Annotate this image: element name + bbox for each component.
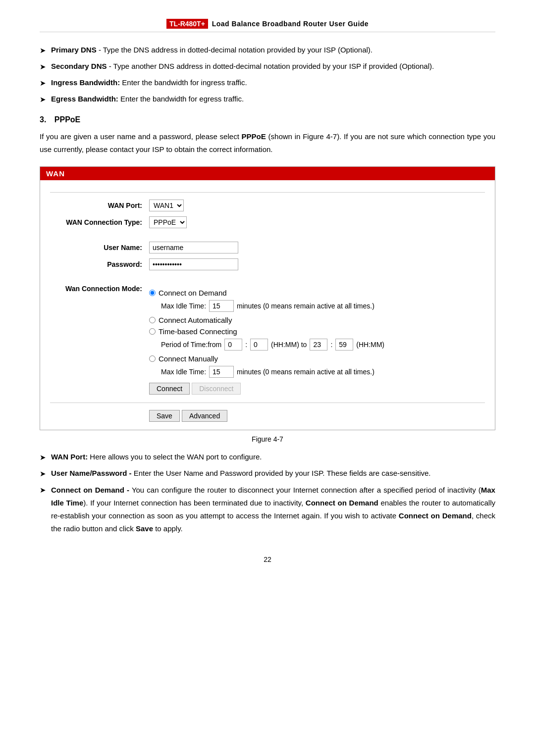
arrow-icon: ➤ bbox=[40, 452, 46, 463]
period-hhmm-2: (HH:MM) bbox=[356, 341, 384, 349]
figure-caption: Figure 4-7 bbox=[40, 435, 495, 443]
arrow-icon: ➤ bbox=[40, 484, 46, 496]
user-name-row: User Name: bbox=[50, 242, 485, 253]
arrow-icon: ➤ bbox=[40, 61, 46, 73]
user-name-label: User Name: bbox=[50, 244, 149, 252]
period-colon-1: : bbox=[245, 341, 247, 349]
section-number: 3. bbox=[40, 115, 46, 124]
bullet-text: Egress Bandwidth: Enter the bandwidth fo… bbox=[51, 93, 244, 105]
time-based-connecting-label: Time-based Connecting bbox=[159, 327, 237, 336]
user-name-input[interactable] bbox=[149, 242, 238, 253]
arrow-icon: ➤ bbox=[40, 94, 46, 105]
bullet-text: Primary DNS - Type the DNS address in do… bbox=[51, 44, 373, 56]
connect-on-demand-row: Connect on Demand bbox=[149, 289, 384, 297]
connect-automatically-radio[interactable] bbox=[149, 317, 156, 323]
wan-port-label: WAN Port: bbox=[50, 202, 149, 209]
top-bullet-list: ➤ Primary DNS - Type the DNS address in … bbox=[40, 44, 495, 105]
bullet-label: Primary DNS bbox=[51, 46, 97, 54]
period-hhmm-1: (HH:MM) to bbox=[271, 341, 307, 349]
connect-manually-row: Connect Manually bbox=[149, 354, 384, 363]
wan-panel: WAN WAN Port: WAN1 WAN Connection Type: … bbox=[40, 166, 495, 430]
save-advanced-row: Save Advanced bbox=[50, 410, 485, 422]
page-number: 22 bbox=[40, 555, 495, 563]
max-idle-time-label-1: Max Idle Time: bbox=[161, 302, 206, 310]
arrow-icon: ➤ bbox=[40, 77, 46, 89]
max-idle-time-input-1[interactable] bbox=[209, 300, 234, 312]
advanced-button[interactable]: Advanced bbox=[182, 410, 227, 422]
wan-port-row: WAN Port: WAN1 bbox=[50, 200, 485, 211]
time-based-connecting-row: Time-based Connecting bbox=[149, 327, 384, 336]
wan-connection-type-select[interactable]: PPPoE bbox=[149, 216, 187, 228]
model-label: TL-R480T+ bbox=[166, 19, 208, 29]
wan-port-control: WAN1 bbox=[149, 200, 184, 211]
list-item: ➤ Ingress Bandwidth: Enter the bandwidth… bbox=[40, 77, 495, 89]
password-row: Password: bbox=[50, 258, 485, 270]
bullet-label: Secondary DNS bbox=[51, 62, 107, 70]
page-header: TL-R480T+ Load Balance Broadband Router … bbox=[40, 20, 495, 32]
wan-panel-body: WAN Port: WAN1 WAN Connection Type: PPPo… bbox=[40, 180, 495, 430]
period-colon-2: : bbox=[330, 341, 332, 349]
section-heading: 3. PPPoE bbox=[40, 115, 495, 124]
user-name-control bbox=[149, 242, 238, 253]
period-from-m-input[interactable] bbox=[250, 339, 268, 351]
list-item: ➤ WAN Port: Here allows you to select th… bbox=[40, 451, 495, 463]
bottom-bullet-list: ➤ WAN Port: Here allows you to select th… bbox=[40, 451, 495, 536]
connect-disconnect-buttons: Connect Disconnect bbox=[149, 383, 384, 395]
period-label: Period of Time:from bbox=[161, 341, 221, 349]
bullet-label: User Name/Password - bbox=[51, 469, 132, 477]
arrow-icon: ➤ bbox=[40, 468, 46, 480]
period-to-m-input[interactable] bbox=[335, 339, 353, 351]
section-title: PPPoE bbox=[54, 115, 80, 124]
bullet-label: Egress Bandwidth: bbox=[51, 95, 118, 103]
max-idle-time-row-1: Max Idle Time: minutes (0 means remain a… bbox=[161, 300, 384, 312]
max-idle-time-row-2: Max Idle Time: minutes (0 means remain a… bbox=[161, 366, 384, 378]
connect-on-demand-radio[interactable] bbox=[149, 290, 156, 296]
password-control bbox=[149, 258, 238, 270]
max-idle-time-input-2[interactable] bbox=[209, 366, 234, 378]
password-label: Password: bbox=[50, 260, 149, 268]
bullet-label: Connect on Demand - bbox=[51, 486, 129, 494]
connect-manually-label: Connect Manually bbox=[159, 354, 218, 363]
wan-connection-type-label: WAN Connection Type: bbox=[50, 218, 149, 226]
arrow-icon: ➤ bbox=[40, 45, 46, 56]
connect-automatically-label: Connect Automatically bbox=[159, 316, 232, 324]
save-button[interactable]: Save bbox=[149, 410, 180, 422]
wan-connection-type-row: WAN Connection Type: PPPoE bbox=[50, 216, 485, 228]
period-from-h-input[interactable] bbox=[224, 339, 242, 351]
wan-port-select[interactable]: WAN1 bbox=[149, 200, 184, 211]
connect-manually-radio[interactable] bbox=[149, 355, 156, 362]
connect-button[interactable]: Connect bbox=[149, 383, 190, 395]
max-idle-time-note-1: minutes (0 means remain active at all ti… bbox=[237, 302, 374, 310]
bullet-text: Connect on Demand - You can configure th… bbox=[51, 484, 495, 536]
bullet-text: WAN Port: Here allows you to select the … bbox=[51, 451, 262, 463]
period-row: Period of Time:from : (HH:MM) to : (HH:M… bbox=[161, 339, 384, 351]
list-item: ➤ Connect on Demand - You can configure … bbox=[40, 484, 495, 536]
wan-connection-type-control: PPPoE bbox=[149, 216, 187, 228]
wan-panel-header: WAN bbox=[40, 167, 495, 180]
password-input[interactable] bbox=[149, 258, 238, 270]
bullet-text: User Name/Password - Enter the User Name… bbox=[51, 467, 431, 479]
connect-automatically-row: Connect Automatically bbox=[149, 316, 384, 324]
disconnect-button[interactable]: Disconnect bbox=[192, 383, 241, 395]
wan-connection-mode-row: Wan Connection Mode: Connect on Demand M… bbox=[50, 284, 485, 398]
guide-title: Load Balance Broadband Router User Guide bbox=[212, 20, 369, 28]
bullet-text: Secondary DNS - Type another DNS address… bbox=[51, 60, 434, 72]
connect-on-demand-label: Connect on Demand bbox=[159, 289, 227, 297]
connection-mode-options: Connect on Demand Max Idle Time: minutes… bbox=[149, 289, 384, 398]
list-item: ➤ User Name/Password - Enter the User Na… bbox=[40, 467, 495, 480]
period-to-h-input[interactable] bbox=[310, 339, 327, 351]
bullet-text: Ingress Bandwidth: Enter the bandwidth f… bbox=[51, 77, 247, 89]
list-item: ➤ Primary DNS - Type the DNS address in … bbox=[40, 44, 495, 56]
wan-connection-mode-label: Wan Connection Mode: bbox=[50, 284, 149, 293]
bullet-label: WAN Port: bbox=[51, 453, 88, 461]
body-text: If you are given a user name and a passw… bbox=[40, 130, 495, 156]
max-idle-time-note-2: minutes (0 means remain active at all ti… bbox=[237, 368, 374, 376]
bullet-label: Ingress Bandwidth: bbox=[51, 78, 120, 87]
list-item: ➤ Secondary DNS - Type another DNS addre… bbox=[40, 60, 495, 73]
time-based-connecting-radio[interactable] bbox=[149, 328, 156, 335]
list-item: ➤ Egress Bandwidth: Enter the bandwidth … bbox=[40, 93, 495, 105]
max-idle-time-label-2: Max Idle Time: bbox=[161, 368, 206, 376]
